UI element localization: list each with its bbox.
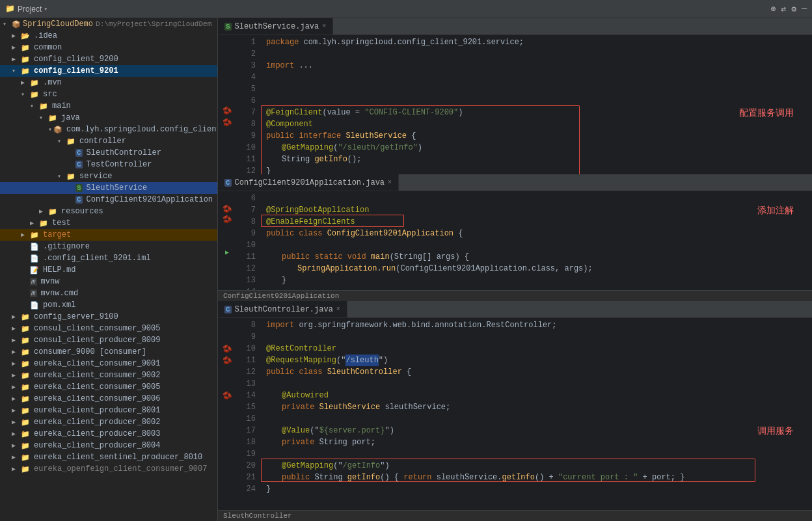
sidebar-item-idea[interactable]: ▶ 📂 .idea bbox=[0, 30, 217, 42]
sidebar-item-src[interactable]: ▾ 📁 src bbox=[0, 88, 217, 100]
sidebar-item-package[interactable]: ▾ 📦 com.lyh.springcloud.config_client_92 bbox=[0, 124, 217, 135]
sidebar-label: eureka_client_producer_8001 bbox=[34, 406, 160, 415]
code-line-3-3: @RestController bbox=[266, 343, 807, 354]
sidebar-item-sleuth-service[interactable]: S SleuthService bbox=[0, 182, 217, 194]
code-text: com.lyh.springcloud.config_client_9201.s… bbox=[304, 36, 524, 48]
sidebar-item-consul-consumer[interactable]: ▶ 📁 consul_client_consumer_9005 bbox=[0, 323, 217, 334]
sidebar-item-config-9201[interactable]: ▾ 📁 config_client_9201 bbox=[0, 65, 217, 77]
gutter-3: 🫘 🫘 🫘 bbox=[218, 318, 236, 510]
sidebar-item-java[interactable]: ▾ 📁 java bbox=[0, 112, 217, 124]
folder-icon: 📁 bbox=[66, 172, 75, 181]
code-line-1-11: String getInfo(); bbox=[266, 154, 807, 165]
sidebar-item-consul-producer[interactable]: ▶ 📁 consul_client_producer_8009 bbox=[0, 334, 217, 346]
arrow-icon: ▾ bbox=[21, 90, 29, 98]
code-line-3-12 bbox=[266, 448, 807, 460]
settings-icon[interactable]: ⚙ bbox=[791, 4, 796, 14]
sidebar-item-mvnw-cmd[interactable]: m mvnw.cmd bbox=[0, 287, 217, 299]
sidebar-label: resources bbox=[61, 207, 103, 216]
bean-icon[interactable]: 🫘 bbox=[223, 118, 232, 127]
sidebar-item-eureka-consumer-9005[interactable]: ▶ 📁 eureka_client_consumer_9005 bbox=[0, 381, 217, 393]
sidebar-item-test[interactable]: ▶ 📁 test bbox=[0, 217, 217, 229]
sync-icon[interactable]: ⇄ bbox=[781, 4, 787, 14]
folder-icon: 📁 bbox=[30, 79, 39, 87]
sidebar-item-resources[interactable]: ▶ 📁 resources bbox=[0, 206, 217, 217]
arrow-icon: ▾ bbox=[48, 126, 52, 133]
sidebar-item-mvn[interactable]: ▶ 📁 .mvn bbox=[0, 77, 217, 88]
close-icon[interactable]: × bbox=[322, 23, 326, 30]
sidebar-item-eureka-producer-8002[interactable]: ▶ 📁 eureka_client_producer_8002 bbox=[0, 416, 217, 428]
sidebar-item-eureka-sentinel-8010[interactable]: ▶ 📁 eureka_client_sentinel_producer_8010 bbox=[0, 451, 217, 463]
tab-config-app[interactable]: C ConfigClient9201Application.java × bbox=[218, 174, 399, 191]
folder-icon: 📁 bbox=[21, 325, 30, 333]
bean-icon[interactable]: 🫘 bbox=[223, 391, 232, 401]
sidebar-item-eureka-producer-8003[interactable]: ▶ 📁 eureka_client_producer_8003 bbox=[0, 428, 217, 440]
string: "CONFIG-CLIENT-9200" bbox=[364, 107, 458, 118]
sidebar-item-consumer-9000[interactable]: ▶ 📁 consumer_9000 [consumer] bbox=[0, 346, 217, 358]
sidebar-item-controller[interactable]: ▾ 📁 controller bbox=[0, 135, 217, 147]
sidebar-item-main[interactable]: ▾ 📁 main bbox=[0, 100, 217, 112]
code-line-1-8: @Component bbox=[266, 118, 807, 130]
sidebar-item-mvnw[interactable]: m mvnw bbox=[0, 276, 217, 287]
folder-icon: 📁 bbox=[21, 67, 30, 75]
folder-icon: 📁 bbox=[30, 90, 39, 99]
sidebar-item-config-9200[interactable]: ▶ 📁 config_client_9200 bbox=[0, 53, 217, 65]
sidebar-item-config-server[interactable]: ▶ 📁 config_server_9100 bbox=[0, 311, 217, 323]
bean-icon[interactable]: 🫘 bbox=[223, 344, 232, 354]
arrow-icon: ▶ bbox=[12, 465, 20, 473]
code-line-2-8: } bbox=[266, 274, 807, 286]
sidebar-item-test-controller[interactable]: C TestController bbox=[0, 159, 217, 170]
minimize-icon[interactable]: — bbox=[802, 4, 807, 14]
code-line-1-7: @FeignClient(value = "CONFIG-CLIENT-9200… bbox=[266, 107, 807, 118]
sidebar-label: eureka_client_consumer_9005 bbox=[34, 382, 160, 392]
bean-icon[interactable]: 🫘 bbox=[223, 106, 232, 116]
folder-icon: 📁 bbox=[39, 219, 48, 228]
code-area-2[interactable]: @SpringBootApplication 添加注解 @EnableFeign… bbox=[261, 191, 812, 290]
sidebar-item-pom[interactable]: 📄 pom.xml bbox=[0, 299, 217, 311]
close-icon[interactable]: × bbox=[388, 179, 392, 186]
code-area-1[interactable]: package com.lyh.springcloud.config_clien… bbox=[261, 35, 812, 174]
sidebar-item-eureka-consumer-9002[interactable]: ▶ 📁 eureka_client_consumer_9002 bbox=[0, 369, 217, 381]
sidebar-item-springclouddemo[interactable]: ▾ 📦 SpringCloudDemo D:\myProject\SpringC… bbox=[0, 18, 217, 30]
folder-icon: 📁 bbox=[21, 44, 30, 52]
sidebar-item-help[interactable]: 📝 HELP.md bbox=[0, 264, 217, 276]
sidebar-item-app[interactable]: C ConfigClient9201Application bbox=[0, 194, 217, 206]
close-icon[interactable]: × bbox=[336, 306, 340, 313]
run-icon[interactable]: ▶ bbox=[225, 248, 229, 256]
tab-sleuth-controller[interactable]: C SleuthController.java × bbox=[218, 301, 347, 317]
sidebar-item-target[interactable]: ▶ 📁 target bbox=[0, 229, 217, 241]
sidebar-item-eureka-producer-8001[interactable]: ▶ 📁 eureka_client_producer_8001 bbox=[0, 405, 217, 416]
folder-icon: 📁 bbox=[39, 102, 48, 111]
sidebar-item-eureka-openfeign-9007[interactable]: ▶ 📁 eureka_openfeign_client_consumer_900… bbox=[0, 463, 217, 475]
sidebar-label: eureka_client_consumer_9002 bbox=[34, 371, 160, 380]
sidebar-item-eureka-consumer-9001[interactable]: ▶ 📁 eureka_client_consumer_9001 bbox=[0, 358, 217, 369]
sidebar-label: config_server_9100 bbox=[34, 312, 118, 321]
bean-icon[interactable]: 🫘 bbox=[223, 215, 232, 224]
bean-icon[interactable]: 🫘 bbox=[223, 204, 232, 214]
tab-sleuth-service[interactable]: S SleuthService.java × bbox=[218, 18, 333, 34]
sidebar-label: pom.xml bbox=[43, 301, 75, 310]
sidebar-item-sleuth-controller[interactable]: C SleuthController bbox=[0, 147, 217, 159]
gutter-line-7: 🫘 bbox=[223, 105, 232, 117]
toolbar-dropdown-icon[interactable]: ▾ bbox=[44, 5, 47, 13]
sidebar-item-service[interactable]: ▾ 📁 service bbox=[0, 170, 217, 182]
sidebar-item-gitignore[interactable]: 📄 .gitignore bbox=[0, 241, 217, 252]
code-line-3-5: public class SleuthController { bbox=[266, 366, 807, 378]
pane2-annotation: 添加注解 bbox=[757, 204, 794, 216]
sidebar-item-eureka-consumer-9006[interactable]: ▶ 📁 eureka_client_consumer_9006 bbox=[0, 393, 217, 405]
code-line-2-4: public class ConfigClient9201Application… bbox=[266, 228, 807, 239]
arrow-icon: ▶ bbox=[12, 348, 20, 356]
file-icon: m bbox=[30, 278, 37, 286]
sidebar-item-common[interactable]: ▶ 📁 common bbox=[0, 42, 217, 53]
add-icon[interactable]: ⊕ bbox=[771, 4, 776, 14]
sidebar-label: eureka_client_producer_8003 bbox=[34, 429, 160, 438]
code-line-3-4: @RequestMapping("/sleuth") bbox=[266, 354, 807, 366]
bean-icon[interactable]: 🫘 bbox=[223, 356, 232, 366]
sidebar-item-iml[interactable]: 📄 .config_client_9201.iml bbox=[0, 252, 217, 264]
sidebar-item-eureka-producer-8004[interactable]: ▶ 📁 eureka_client_producer_8004 bbox=[0, 440, 217, 451]
sidebar-label: target bbox=[43, 230, 71, 239]
toolbar-icons: ⊕ ⇄ ⚙ — bbox=[771, 4, 807, 14]
sidebar-path: D:\myProject\SpringCloudDem bbox=[96, 20, 211, 28]
code-line-1-5 bbox=[266, 83, 807, 95]
code-line-3-14: public String getInfo() { return sleuthS… bbox=[266, 472, 807, 483]
code-area-3[interactable]: import org.springframework.web.bind.anno… bbox=[261, 318, 812, 510]
